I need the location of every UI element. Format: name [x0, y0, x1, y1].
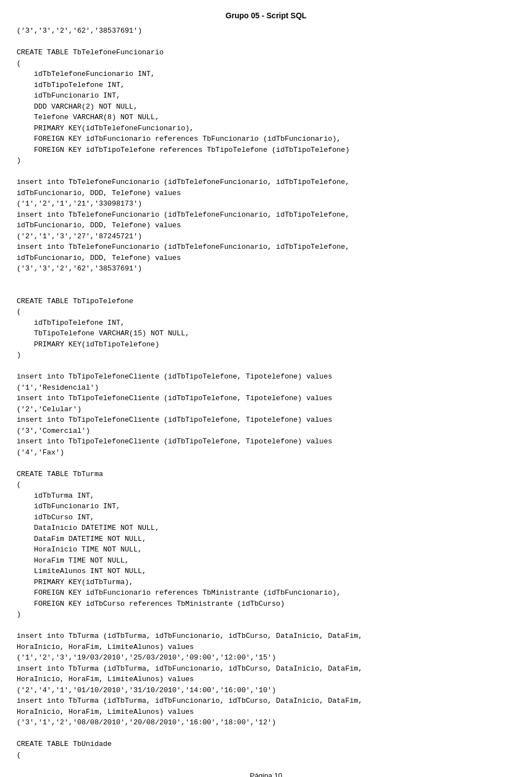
page-title: Grupo 05 - Script SQL — [17, 11, 515, 20]
code-content: ('3','3','2','62','38537691') CREATE TAB… — [17, 25, 515, 760]
page-number: Página 10 — [17, 771, 515, 777]
